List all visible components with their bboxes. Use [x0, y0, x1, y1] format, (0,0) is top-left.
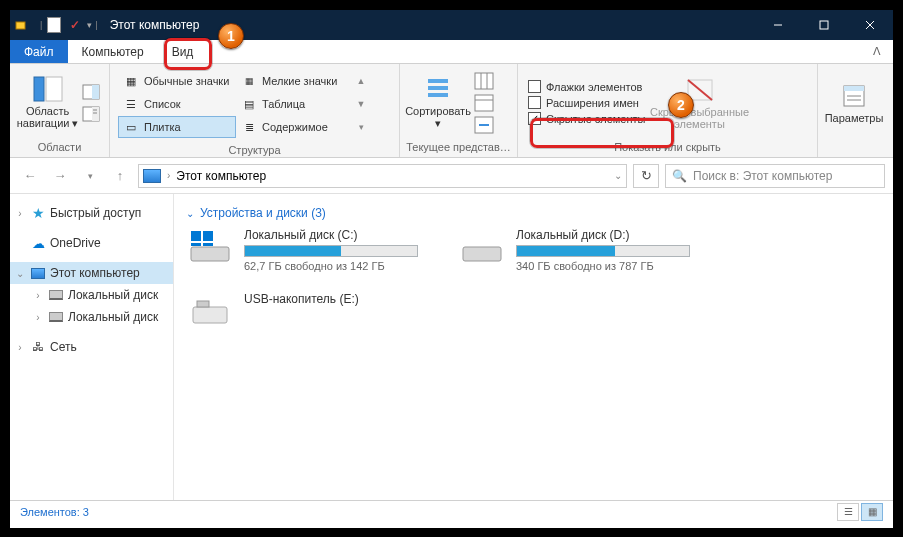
svg-rect-10	[92, 107, 99, 121]
drive-c[interactable]: Локальный диск (C:) 62,7 ГБ свободно из …	[186, 228, 418, 272]
add-columns-icon[interactable]	[474, 72, 494, 90]
nav-pane-button[interactable]: Область навигации ▾	[16, 75, 79, 130]
address-dropdown-icon[interactable]: ⌄	[614, 170, 622, 181]
status-count: Элементов: 3	[20, 506, 89, 518]
svg-rect-15	[428, 93, 448, 97]
group-panes-label: Области	[10, 141, 109, 157]
svg-rect-36	[197, 301, 209, 307]
status-bar: Элементов: 3 ☰ ▦	[10, 500, 893, 522]
tree-this-pc[interactable]: ⌄Этот компьютер	[10, 262, 173, 284]
drive-e-icon	[186, 292, 234, 332]
nav-tree: ›★Быстрый доступ ☁OneDrive ⌄Этот компьют…	[10, 194, 174, 500]
tab-file[interactable]: Файл	[10, 40, 68, 63]
nav-back-button[interactable]: ←	[18, 164, 42, 188]
layout-content[interactable]: ≣Содержимое	[236, 116, 354, 138]
details-pane-icon[interactable]	[82, 106, 100, 122]
tab-view[interactable]: Вид	[158, 40, 208, 63]
view-details-button[interactable]: ☰	[837, 503, 859, 521]
search-icon: 🔍	[672, 169, 687, 183]
window-title: Этот компьютер	[104, 18, 755, 32]
svg-rect-19	[475, 95, 493, 111]
tree-quick-access[interactable]: ›★Быстрый доступ	[10, 202, 173, 224]
svg-rect-16	[475, 73, 493, 89]
layout-tiles[interactable]: ▭Плитка	[118, 116, 236, 138]
search-input[interactable]: 🔍 Поиск в: Этот компьютер	[665, 164, 885, 188]
group-current-label: Текущее представ…	[400, 141, 517, 157]
layout-more-icon[interactable]: ▾	[354, 116, 368, 138]
layout-small-icons[interactable]: ▦Мелкие значки	[236, 70, 354, 92]
svg-rect-14	[428, 86, 448, 90]
group-by-icon[interactable]	[474, 94, 494, 112]
svg-rect-35	[193, 307, 227, 323]
layout-table[interactable]: ▤Таблица	[236, 93, 354, 115]
drive-d-icon	[458, 228, 506, 268]
drive-c-icon	[186, 228, 234, 268]
annotation-1-badge: 1	[218, 23, 244, 49]
annotation-2-badge: 2	[668, 92, 694, 118]
svg-rect-8	[92, 85, 99, 99]
options-button[interactable]: Параметры	[824, 82, 884, 124]
tree-local-disk-2[interactable]: ›Локальный диск	[10, 306, 173, 328]
group-show-hide-label: Показать или скрыть	[518, 141, 817, 157]
tree-onedrive[interactable]: ☁OneDrive	[10, 232, 173, 254]
ribbon: Область навигации ▾ Области ▦Обычные зна…	[10, 64, 893, 158]
svg-rect-31	[203, 231, 213, 241]
address-box[interactable]: › Этот компьютер ⌄	[138, 164, 627, 188]
pc-icon	[143, 169, 161, 183]
svg-rect-30	[191, 231, 201, 241]
qat-check-icon[interactable]: ✓	[66, 16, 84, 34]
search-placeholder: Поиск в: Этот компьютер	[693, 169, 832, 183]
drive-d[interactable]: Локальный диск (D:) 340 ГБ свободно из 7…	[458, 228, 690, 272]
svg-rect-33	[203, 243, 213, 246]
layout-down-icon[interactable]: ▼	[354, 93, 368, 115]
svg-rect-6	[46, 77, 62, 101]
maximize-button[interactable]	[801, 10, 847, 40]
layout-up-icon[interactable]: ▲	[354, 70, 368, 92]
nav-forward-button[interactable]: →	[48, 164, 72, 188]
ribbon-tabs: Файл Компьютер Вид ᐱ	[10, 40, 893, 64]
svg-rect-13	[428, 79, 448, 83]
svg-rect-5	[34, 77, 44, 101]
check-file-extensions[interactable]: Расширения имен	[528, 96, 646, 109]
drive-e[interactable]: USB-накопитель (E:)	[186, 292, 418, 332]
layout-list[interactable]: ☰Список	[118, 93, 236, 115]
check-item-flags[interactable]: Флажки элементов	[528, 80, 646, 93]
svg-rect-26	[844, 86, 864, 91]
svg-rect-32	[191, 243, 201, 246]
tab-computer[interactable]: Компьютер	[68, 40, 158, 63]
check-hidden-items[interactable]: ✓Скрытые элементы	[528, 112, 646, 125]
address-path: Этот компьютер	[176, 169, 266, 183]
refresh-button[interactable]: ↻	[633, 164, 659, 188]
close-button[interactable]	[847, 10, 893, 40]
tree-network[interactable]: ›🖧Сеть	[10, 336, 173, 358]
nav-recent-button[interactable]: ▾	[78, 164, 102, 188]
ribbon-collapse-icon[interactable]: ᐱ	[861, 40, 893, 63]
svg-rect-2	[820, 21, 828, 29]
system-menu[interactable]	[10, 10, 34, 40]
sort-button[interactable]: Сортировать ▾	[406, 75, 470, 130]
quick-access-toolbar: | ✓ ▾ |	[34, 16, 104, 34]
tree-local-disk-1[interactable]: ›Локальный диск	[10, 284, 173, 306]
preview-pane-icon[interactable]	[82, 84, 100, 100]
qat-properties-icon[interactable]	[45, 16, 63, 34]
minimize-button[interactable]	[755, 10, 801, 40]
group-layout-label: Структура	[110, 144, 399, 157]
address-bar: ← → ▾ ↑ › Этот компьютер ⌄ ↻ 🔍 Поиск в: …	[10, 158, 893, 194]
titlebar: | ✓ ▾ | Этот компьютер	[10, 10, 893, 40]
layout-normal-icons[interactable]: ▦Обычные значки	[118, 70, 236, 92]
svg-rect-29	[191, 247, 229, 261]
nav-up-button[interactable]: ↑	[108, 164, 132, 188]
section-header[interactable]: ⌄ Устройства и диски (3)	[186, 206, 881, 220]
hide-selected-button[interactable]: Скрыть выбранные элементы	[650, 76, 750, 130]
svg-rect-0	[16, 22, 25, 29]
view-tiles-button[interactable]: ▦	[861, 503, 883, 521]
size-columns-icon[interactable]	[474, 116, 494, 134]
svg-rect-34	[463, 247, 501, 261]
content-area: ⌄ Устройства и диски (3) Локальный диск …	[174, 194, 893, 500]
